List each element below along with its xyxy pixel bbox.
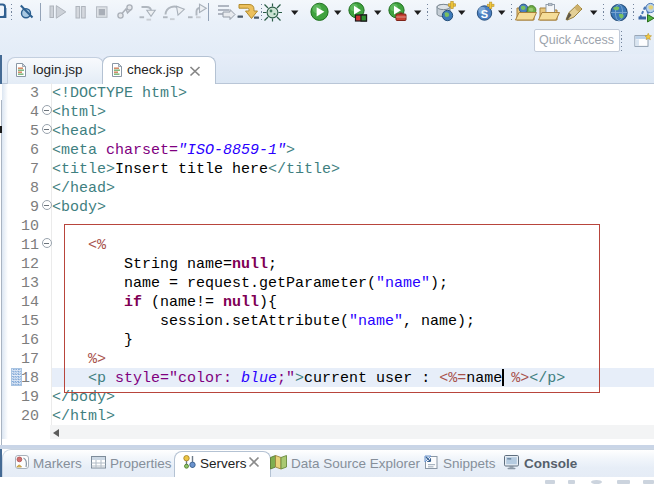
svg-text:S: S [481,8,488,20]
